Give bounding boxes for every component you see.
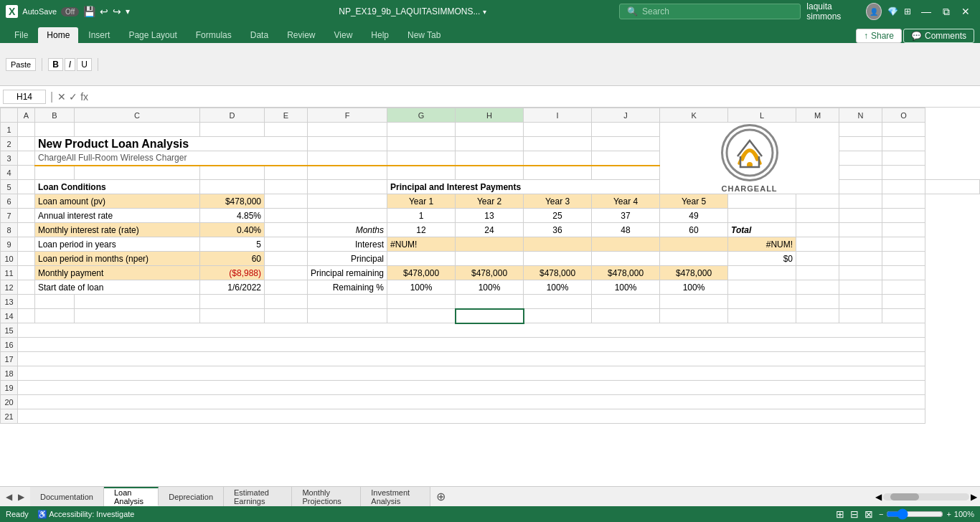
underline-button[interactable]: U [77,58,92,71]
layout-icon[interactable]: ⊞ [904,6,911,16]
cell-B6[interactable]: Loan amount (pv) [35,194,200,209]
cell-N14[interactable] [839,309,882,323]
cell-L9[interactable]: #NUM! [728,237,796,252]
cell-K8[interactable]: 60 [660,223,728,237]
tab-depreciation[interactable]: Depreciation [159,487,224,506]
cell-K7[interactable]: 49 [660,209,728,223]
col-A[interactable]: A [18,108,35,123]
tab-review[interactable]: Review [278,27,324,43]
cell-D9[interactable]: 5 [200,237,265,252]
cell-A8[interactable] [18,223,35,237]
rownum-5[interactable]: 5 [1,180,18,194]
tab-loan-analysis[interactable]: Loan Analysis [104,487,159,506]
cell-J4[interactable] [592,166,660,180]
cell-H12[interactable]: 100% [456,280,524,295]
cell-G2[interactable] [387,137,456,151]
cell-E5[interactable] [265,180,308,194]
rownum-14[interactable]: 14 [1,309,18,323]
cell-M8[interactable] [796,223,839,237]
cell-G13[interactable] [387,295,456,309]
add-sheet-button[interactable]: ⊕ [430,487,451,506]
paste-button[interactable]: Paste [6,58,36,71]
cell-O13[interactable] [882,295,925,309]
cell-J13[interactable] [592,295,660,309]
cell-G4[interactable] [387,166,456,180]
cell-G5[interactable]: Principal and Interest Payments [387,180,728,194]
cell-O12[interactable] [882,280,925,295]
cell-F3[interactable] [308,151,387,166]
rownum-6[interactable]: 6 [1,194,18,209]
cell-D6[interactable]: $478,000 [200,194,265,209]
search-box[interactable]: 🔍 [619,4,801,19]
cell-G1[interactable] [387,123,456,137]
cell-L10[interactable]: $0 [728,252,796,266]
col-D[interactable]: D [200,108,265,123]
rownum-9[interactable]: 9 [1,237,18,252]
cell-H8[interactable]: 24 [456,223,524,237]
cell-O1[interactable] [882,123,925,137]
cell-L14[interactable] [728,309,796,323]
cell-M11[interactable] [796,266,839,280]
cell-J2[interactable] [592,137,660,151]
cell-E11[interactable] [265,266,308,280]
cell-O5[interactable] [925,180,980,194]
close-button[interactable]: ✕ [957,4,974,19]
undo-icon[interactable]: ↩ [100,6,108,17]
cell-M6[interactable] [796,194,839,209]
cell-C1[interactable] [75,123,200,137]
cell-N6[interactable] [839,194,882,209]
cell-I11[interactable]: $478,000 [524,266,592,280]
rownum-13[interactable]: 13 [1,295,18,309]
cell-B9[interactable]: Loan period in years [35,237,200,252]
cell-row19[interactable] [18,381,925,395]
cancel-formula-icon[interactable]: ✕ [57,91,66,103]
cell-row20[interactable] [18,395,925,409]
cell-O8[interactable] [882,223,925,237]
rownum-16[interactable]: 16 [1,338,18,352]
cell-L5[interactable] [839,180,882,194]
cell-I1[interactable] [524,123,592,137]
tab-new-tab[interactable]: New Tab [399,27,449,43]
cell-O14[interactable] [882,309,925,323]
cell-D13[interactable] [200,295,265,309]
cell-F10[interactable]: Principal [308,252,387,266]
cell-F4[interactable] [308,166,387,180]
cell-H14[interactable] [456,309,524,323]
window-controls[interactable]: — ⧉ ✕ [917,4,974,19]
rownum-19[interactable]: 19 [1,381,18,395]
cell-B12[interactable]: Start date of loan [35,280,200,295]
cell-A5[interactable] [18,180,35,194]
cell-G14[interactable] [387,309,456,323]
cell-reference-box[interactable]: H14 [3,90,46,104]
cell-N7[interactable] [839,209,882,223]
cell-I6[interactable]: Year 3 [524,194,592,209]
rownum-4[interactable]: 4 [1,166,18,180]
tab-file[interactable]: File [6,27,37,43]
col-I[interactable]: I [524,108,592,123]
cell-M14[interactable] [796,309,839,323]
cell-H10[interactable] [456,252,524,266]
cell-H13[interactable] [456,295,524,309]
tab-data[interactable]: Data [242,27,277,43]
minimize-button[interactable]: — [917,4,936,19]
cell-E10[interactable] [265,252,308,266]
cell-L8[interactable]: Total [728,223,796,237]
cell-E12[interactable] [265,280,308,295]
col-B[interactable]: B [35,108,75,123]
col-G[interactable]: G [387,108,456,123]
col-O[interactable]: O [882,108,925,123]
tab-documentation[interactable]: Documentation [30,487,104,506]
cell-J11[interactable]: $478,000 [592,266,660,280]
cell-L11[interactable] [728,266,796,280]
cell-A4[interactable] [18,166,35,180]
rownum-18[interactable]: 18 [1,366,18,381]
cell-H3[interactable] [456,151,524,166]
cell-A10[interactable] [18,252,35,266]
col-N[interactable]: N [839,108,882,123]
cell-O9[interactable] [882,237,925,252]
col-M[interactable]: M [796,108,839,123]
cell-H11[interactable]: $478,000 [456,266,524,280]
zoom-in-icon[interactable]: + [946,510,951,518]
cell-I10[interactable] [524,252,592,266]
cell-A6[interactable] [18,194,35,209]
